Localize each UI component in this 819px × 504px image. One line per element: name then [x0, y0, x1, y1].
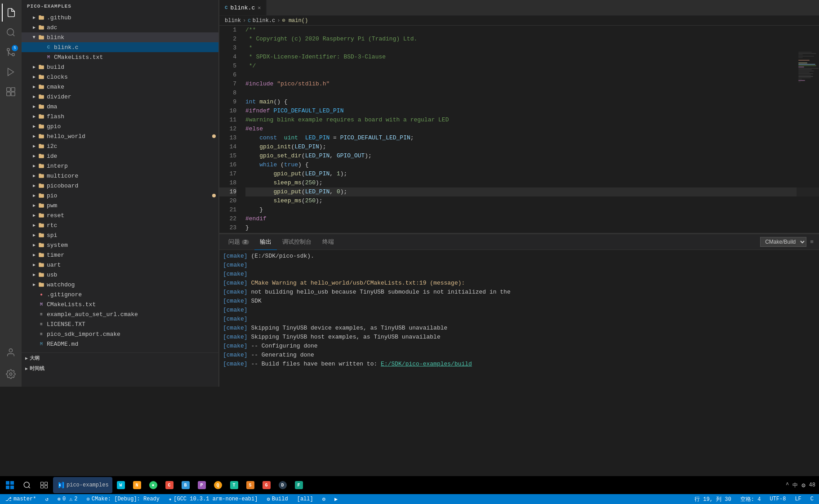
breadcrumb-item-blink[interactable]: blink: [225, 18, 241, 24]
sidebar-item-blink-c[interactable]: ▶ C blink.c: [22, 42, 219, 52]
sidebar-item-license[interactable]: ▶ ≡ LICENSE.TXT: [22, 319, 219, 329]
timeline-section-header[interactable]: ▶ 时间线: [22, 363, 219, 374]
start-button[interactable]: [2, 477, 18, 493]
tab-debug-label: 调试控制台: [282, 238, 312, 246]
tray-chevron[interactable]: ^: [786, 482, 789, 488]
sidebar-item-timer[interactable]: ▶ timer: [22, 250, 219, 260]
taskbar-app-11[interactable]: G: [259, 477, 274, 493]
tab-output[interactable]: 输出: [254, 234, 277, 250]
tray-area[interactable]: ^ 中 ⚙ 48: [784, 480, 817, 490]
taskbar-app-8[interactable]: Q: [210, 477, 226, 493]
sidebar-item-interp[interactable]: ▶ interp: [22, 161, 219, 171]
sidebar-item-cmakelists-root[interactable]: ▶ M CMakeLists.txt: [22, 299, 219, 309]
indent-status[interactable]: 空格: 4: [739, 494, 763, 504]
run-status[interactable]: ▶: [333, 494, 339, 504]
sidebar-item-blink[interactable]: ▶ blink: [22, 32, 219, 42]
sidebar-item-readme[interactable]: ▶ M README.md: [22, 339, 219, 349]
sidebar-item-ide[interactable]: ▶ ide: [22, 151, 219, 161]
build-status[interactable]: ⚙ Build: [265, 494, 289, 504]
sync-status[interactable]: ↺: [43, 494, 50, 504]
sidebar-item-flash[interactable]: ▶ flash: [22, 112, 219, 121]
sidebar-item-spi[interactable]: ▶ spi: [22, 230, 219, 240]
sidebar-item-i2c[interactable]: ▶ i2c: [22, 141, 219, 151]
taskbar-app-2[interactable]: W: [113, 477, 129, 493]
sidebar-item-clocks[interactable]: ▶ clocks: [22, 72, 219, 82]
compiler-label: [GCC 10.3.1 arm-none-eabi]: [174, 496, 258, 502]
svg-point-10: [9, 373, 12, 375]
tab-debug-console[interactable]: 调试控制台: [277, 234, 317, 250]
tree-arrow-blink: ▶: [31, 34, 38, 41]
sidebar-item-rtc[interactable]: ▶ rtc: [22, 220, 219, 230]
sidebar-item-reset[interactable]: ▶ reset: [22, 210, 219, 220]
sidebar-item-build[interactable]: ▶ build: [22, 62, 219, 72]
sidebar-item-example-auto[interactable]: ▶ ≡ example_auto_set_url.cmake: [22, 309, 219, 319]
sidebar-item-cmakelists-blink[interactable]: ▶ M CMakeLists.txt: [22, 52, 219, 62]
tab-terminal[interactable]: 终端: [317, 234, 339, 250]
taskbar-app-4[interactable]: ●: [146, 477, 161, 493]
tab-close-icon[interactable]: ✕: [258, 4, 261, 11]
sidebar-item-cmake[interactable]: ▶ cmake: [22, 82, 219, 92]
run-activitybar-icon[interactable]: [2, 63, 20, 81]
taskbar-vscode[interactable]: pico-examples: [53, 477, 112, 493]
tab-problems[interactable]: 问题 2: [223, 234, 254, 250]
code-line-12: #else: [245, 125, 819, 134]
git-branch-status[interactable]: ⎇ master*: [4, 494, 38, 504]
sidebar-item-multicore[interactable]: ▶ multicore: [22, 171, 219, 181]
line-ending-status[interactable]: LF: [793, 494, 803, 504]
sidebar-item-hello-world[interactable]: ▶ hello_world: [22, 131, 219, 141]
extensions-activitybar-icon[interactable]: [2, 83, 20, 101]
terminal-content[interactable]: [cmake] (E:/SDK/pico-sdk). [cmake] [cmak…: [219, 250, 819, 387]
taskbar-app-9[interactable]: T: [227, 477, 242, 493]
source-control-activitybar-icon[interactable]: 5: [2, 43, 20, 61]
language-mode-status[interactable]: C: [809, 494, 815, 504]
outline-section-header[interactable]: ▶ 大纲: [22, 353, 219, 363]
sidebar-item-picoboard[interactable]: ▶ picoboard: [22, 181, 219, 191]
sidebar-item-pico-sdk-import[interactable]: ▶ ≡ pico_sdk_import.cmake: [22, 329, 219, 339]
taskbar-app-12[interactable]: D: [275, 477, 290, 493]
sidebar-item-dma[interactable]: ▶ dma: [22, 102, 219, 112]
sidebar-item-gpio[interactable]: ▶ gpio: [22, 121, 219, 131]
terminal-dropdown[interactable]: CMake/Build: [760, 237, 806, 247]
taskbar-search[interactable]: [19, 477, 35, 493]
taskbar-app-3[interactable]: N: [129, 477, 145, 493]
tab-blink-c[interactable]: C blink.c ✕: [219, 0, 267, 15]
search-activitybar-icon[interactable]: [2, 23, 20, 41]
cursor-position-status[interactable]: 行 19, 列 30: [693, 494, 733, 504]
sidebar-item-adc[interactable]: ▶ adc: [22, 22, 219, 32]
taskbar-app-7[interactable]: P: [194, 477, 209, 493]
code-line-22: #endif: [245, 214, 819, 223]
breadcrumb-item-blink-c[interactable]: blink.c: [253, 18, 275, 24]
taskbar-app-6[interactable]: B: [178, 477, 193, 493]
terminal-menu-icon[interactable]: ≡: [808, 239, 815, 245]
taskbar-taskview[interactable]: [36, 477, 52, 493]
terminal-link-build-path[interactable]: E:/SDK/pico-examples/build: [381, 361, 472, 367]
build-target-status[interactable]: [all]: [295, 494, 315, 504]
sidebar-item-watchdog[interactable]: ▶ watchdog: [22, 280, 219, 290]
sidebar-item-usb[interactable]: ▶ usb: [22, 270, 219, 280]
tree-arrow-system: ▶: [31, 241, 38, 249]
sidebar-item-divider[interactable]: ▶ divider: [22, 92, 219, 102]
taskbar-app-10[interactable]: S: [243, 477, 258, 493]
cmake-status-label: CMake: [Debug]: Ready: [92, 496, 160, 502]
sidebar-item-uart[interactable]: ▶ uart: [22, 260, 219, 270]
sidebar-item-system[interactable]: ▶ system: [22, 240, 219, 250]
encoding-status[interactable]: UTF-8: [768, 494, 788, 504]
explorer-icon[interactable]: [2, 4, 20, 22]
breadcrumb-item-main[interactable]: ⊙ main(): [282, 17, 308, 24]
sidebar-item-gitignore[interactable]: ▶ ● .gitignore: [22, 290, 219, 299]
settings-activitybar-icon[interactable]: [2, 365, 20, 383]
tray-settings[interactable]: ⚙: [801, 482, 805, 489]
compiler-status[interactable]: ✦ [GCC 10.3.1 arm-none-eabi]: [167, 494, 259, 504]
cmake-status-item[interactable]: ⊙ CMake: [Debug]: Ready: [85, 494, 161, 504]
sidebar-item-pio[interactable]: ▶ pio: [22, 191, 219, 201]
tray-ime[interactable]: 中: [792, 482, 798, 489]
sidebar-item-github[interactable]: ▶ .github: [22, 13, 219, 22]
accounts-activitybar-icon[interactable]: [2, 343, 20, 361]
svg-rect-7: [7, 92, 10, 96]
code-content[interactable]: /** * Copyright (c) 2020 Raspberry Pi (T…: [242, 26, 819, 234]
taskbar-app-13[interactable]: F: [291, 477, 307, 493]
errors-warnings-status[interactable]: ⊗ 0 ⚠ 2: [56, 494, 80, 504]
taskbar-app-5[interactable]: C: [162, 477, 177, 493]
sidebar-item-pwm[interactable]: ▶ pwm: [22, 201, 219, 210]
config-status[interactable]: ⚙: [320, 494, 327, 504]
